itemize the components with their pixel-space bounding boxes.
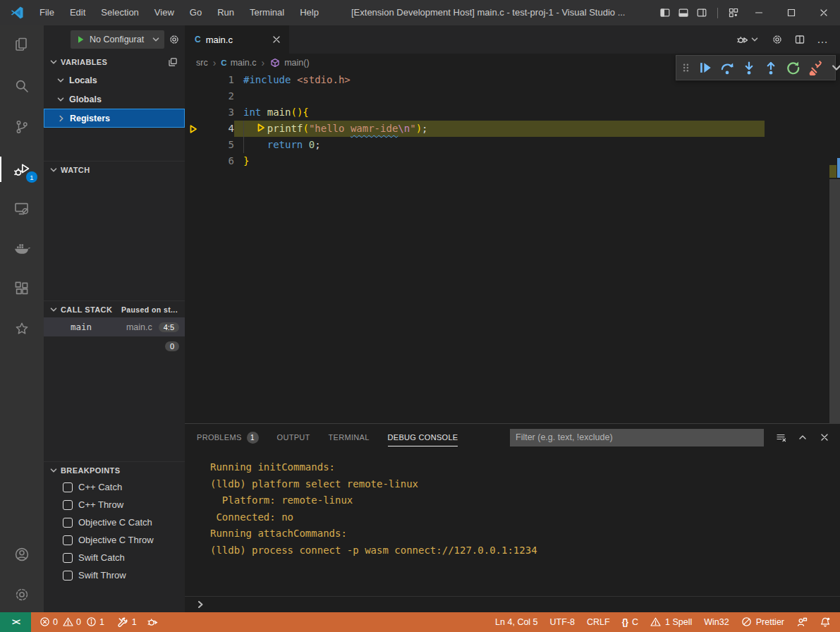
tab-main-c[interactable]: C main.c bbox=[185, 25, 289, 54]
close-button[interactable] bbox=[808, 0, 840, 25]
menu-terminal[interactable]: Terminal bbox=[242, 0, 292, 25]
activity-search-icon[interactable] bbox=[0, 69, 44, 103]
open-launch-config-icon[interactable] bbox=[166, 34, 182, 45]
more-actions-icon[interactable]: … bbox=[817, 35, 829, 45]
encoding-status[interactable]: UTF-8 bbox=[550, 617, 575, 627]
call-stack-header[interactable]: CALL STACK Paused on st... bbox=[44, 300, 185, 317]
breakpoint-c-throw[interactable]: C++ Throw bbox=[44, 496, 185, 514]
activity-remote-explorer-icon[interactable] bbox=[0, 192, 44, 226]
editor-gutter[interactable]: 3 bbox=[185, 104, 234, 121]
editor-gutter[interactable]: 5 bbox=[185, 137, 234, 153]
settings-gear-icon[interactable] bbox=[772, 34, 783, 45]
cursor-position-status[interactable]: Ln 4, Col 5 bbox=[495, 617, 537, 627]
tools-status[interactable]: 1 bbox=[117, 616, 137, 628]
breakpoint-swift-throw[interactable]: Swift Throw bbox=[44, 566, 185, 584]
variables-item-locals[interactable]: Locals bbox=[44, 71, 185, 90]
variables-item-globals[interactable]: Globals bbox=[44, 90, 185, 109]
maximize-panel-icon[interactable] bbox=[797, 432, 808, 443]
breakpoint-checkbox[interactable] bbox=[63, 482, 73, 492]
continue-icon[interactable] bbox=[698, 60, 713, 75]
editor-scrollbar[interactable] bbox=[829, 179, 840, 442]
stack-frame-row[interactable]: main main.c 4:5 bbox=[44, 317, 185, 336]
menu-file[interactable]: File bbox=[32, 0, 62, 25]
activity-run-and-debug-icon[interactable]: 1 bbox=[0, 152, 44, 186]
remote-indicator[interactable]: >< bbox=[0, 612, 31, 632]
feedback-status[interactable] bbox=[796, 616, 808, 628]
split-editor-icon[interactable] bbox=[794, 34, 805, 45]
problems-status[interactable]: 0 0 1 bbox=[39, 616, 107, 628]
panel-tab-terminal[interactable]: TERMINAL bbox=[329, 424, 370, 451]
minimize-button[interactable] bbox=[743, 0, 775, 25]
notifications-status[interactable] bbox=[820, 616, 831, 628]
menu-go[interactable]: Go bbox=[182, 0, 209, 25]
activity-extensions-icon[interactable] bbox=[0, 272, 44, 305]
menu-run[interactable]: Run bbox=[209, 0, 242, 25]
breakpoints-header[interactable]: BREAKPOINTS bbox=[44, 461, 185, 478]
step-into-icon[interactable] bbox=[741, 60, 757, 75]
breakpoint-checkbox[interactable] bbox=[63, 500, 73, 510]
prettier-status[interactable]: Prettier bbox=[741, 616, 784, 628]
step-over-icon[interactable] bbox=[719, 60, 735, 75]
variables-item-registers[interactable]: Registers bbox=[44, 109, 185, 128]
breakpoint-c-catch[interactable]: C++ Catch bbox=[44, 478, 185, 496]
customize-layout-icon[interactable] bbox=[724, 0, 743, 25]
activity-source-control-icon[interactable] bbox=[0, 110, 44, 144]
menu-help[interactable]: Help bbox=[292, 0, 327, 25]
dropdown-icon[interactable] bbox=[829, 60, 840, 75]
eol-status[interactable]: CRLF bbox=[587, 617, 610, 627]
thread-row[interactable]: 0 bbox=[44, 336, 185, 356]
editor-gutter[interactable]: 4 bbox=[185, 121, 234, 137]
start-debug-icon[interactable] bbox=[75, 34, 86, 45]
panel-tab-debug-console[interactable]: DEBUG CONSOLE bbox=[388, 424, 458, 451]
debug-config-dropdown[interactable]: No Configurat bbox=[71, 30, 164, 49]
menu-view[interactable]: View bbox=[147, 0, 182, 25]
activity-accounts-icon[interactable] bbox=[0, 537, 44, 571]
disconnect-icon[interactable] bbox=[807, 60, 822, 75]
debug-console-input[interactable] bbox=[185, 596, 840, 612]
menu-edit[interactable]: Edit bbox=[62, 0, 93, 25]
menu-selection[interactable]: Selection bbox=[93, 0, 146, 25]
breakpoint-checkbox[interactable] bbox=[63, 535, 73, 545]
breadcrumb-symbol[interactable]: main() bbox=[269, 57, 309, 68]
breadcrumb-file[interactable]: C main.c bbox=[221, 58, 256, 68]
debug-run-menu-button[interactable] bbox=[736, 34, 760, 45]
breakpoint-margin[interactable] bbox=[185, 153, 202, 169]
breakpoint-checkbox[interactable] bbox=[63, 518, 73, 528]
code-editor[interactable]: 1#include <stdio.h>23int main(){4 printf… bbox=[185, 72, 840, 169]
collapse-all-icon[interactable] bbox=[167, 56, 185, 68]
breakpoint-checkbox[interactable] bbox=[63, 553, 73, 563]
breakpoint-margin[interactable] bbox=[185, 104, 202, 121]
breakpoint-checkbox[interactable] bbox=[63, 571, 73, 581]
activity-star-icon[interactable] bbox=[0, 312, 44, 346]
panel-tab-output[interactable]: OUTPUT bbox=[277, 424, 310, 451]
spell-status-status[interactable]: 1 Spell bbox=[650, 616, 692, 628]
platform-status[interactable]: Win32 bbox=[704, 617, 729, 627]
panel-tab-problems[interactable]: PROBLEMS1 bbox=[197, 424, 259, 451]
breakpoint-objective-c-catch[interactable]: Objective C Catch bbox=[44, 514, 185, 531]
watch-header[interactable]: WATCH bbox=[44, 161, 185, 178]
console-filter-input[interactable] bbox=[510, 429, 764, 446]
step-out-icon[interactable] bbox=[763, 60, 779, 75]
breakpoint-margin[interactable] bbox=[185, 88, 202, 104]
editor-gutter[interactable]: 1 bbox=[185, 72, 234, 88]
debug-console-output[interactable]: Running initCommands:(lldb) platform sel… bbox=[185, 451, 840, 559]
variables-header[interactable]: VARIABLES bbox=[44, 54, 185, 71]
activity-docker-icon[interactable] bbox=[0, 231, 44, 265]
editor-gutter[interactable]: 2 bbox=[185, 88, 234, 104]
breakpoint-swift-catch[interactable]: Swift Catch bbox=[44, 549, 185, 566]
toggle-sidebar-icon[interactable] bbox=[656, 0, 674, 25]
close-panel-icon[interactable] bbox=[819, 432, 830, 443]
language-mode-status[interactable]: {̇}C bbox=[622, 617, 638, 627]
breakpoint-margin[interactable] bbox=[185, 72, 202, 88]
maximize-button[interactable] bbox=[775, 0, 808, 25]
toggle-panel-icon[interactable] bbox=[674, 0, 693, 25]
close-tab-icon[interactable] bbox=[271, 34, 282, 45]
activity-explorer-icon[interactable] bbox=[0, 27, 44, 61]
activity-settings-icon[interactable] bbox=[0, 578, 44, 612]
breadcrumb-src[interactable]: src bbox=[196, 58, 208, 68]
breakpoint-objective-c-throw[interactable]: Objective C Throw bbox=[44, 531, 185, 549]
clear-console-icon[interactable] bbox=[775, 432, 786, 443]
debug-status[interactable] bbox=[147, 616, 158, 628]
toggle-secondary-sidebar-icon[interactable] bbox=[693, 0, 711, 25]
breakpoint-margin[interactable] bbox=[185, 137, 202, 153]
